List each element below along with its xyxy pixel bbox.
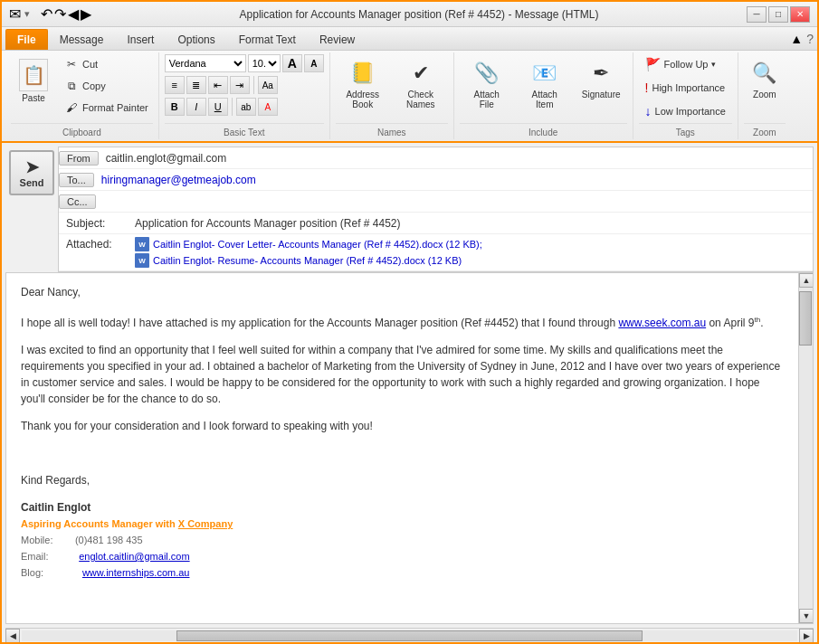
hscroll-thumb[interactable] xyxy=(176,630,642,641)
zoom-group: 🔍 Zoom Zoom xyxy=(738,52,791,139)
ribbon-collapse-icon[interactable]: ▲ xyxy=(790,32,803,46)
decrease-indent-button[interactable]: ⇤ xyxy=(208,76,228,94)
include-group-label: Include xyxy=(460,126,627,137)
font-color-button[interactable]: A xyxy=(258,98,278,116)
address-book-button[interactable]: 📒 Address Book xyxy=(336,54,390,114)
grow-font-button[interactable]: A xyxy=(282,54,302,72)
mobile-value: (0)481 198 435 xyxy=(75,535,143,545)
low-importance-button[interactable]: ↓ Low Importance xyxy=(639,101,732,121)
attach-file-button[interactable]: 📎 Attach File xyxy=(460,54,514,114)
names-group: 📒 Address Book ✔ Check Names Names xyxy=(330,52,454,139)
to-button[interactable]: To... xyxy=(59,173,94,187)
to-row: To... xyxy=(59,169,813,191)
names-group-label: Names xyxy=(336,126,448,137)
underline-button[interactable]: U xyxy=(208,98,228,116)
scroll-down-button[interactable]: ▼ xyxy=(799,609,814,623)
format-painter-label: Format Painter xyxy=(82,102,148,113)
sig-blog: Blog: www.internships.com.au xyxy=(21,567,189,578)
attached-label: Attached: xyxy=(59,234,131,254)
title-bar: ✉ ▾ ↶ ↷ ◀ ▶ Application for Accounts Man… xyxy=(2,2,817,27)
zoom-label: Zoom xyxy=(753,90,776,99)
format-row: B I U ab A xyxy=(165,98,278,116)
attachment-1[interactable]: W Caitlin Englot- Cover Letter- Accounts… xyxy=(131,236,813,252)
bold-button[interactable]: B xyxy=(165,98,185,116)
zoom-group-label: Zoom xyxy=(744,126,786,137)
sig-email-link[interactable]: englot.caitlin@gmail.com xyxy=(79,551,189,562)
attachment-2[interactable]: W Caitlin Englot- Resume- Accounts Manag… xyxy=(131,252,813,269)
send-label: Send xyxy=(20,177,44,188)
list-row: ≡ ≣ ⇤ ⇥ Aa xyxy=(165,76,278,94)
scroll-right-button[interactable]: ▶ xyxy=(799,629,814,643)
copy-button[interactable]: ⧉ Copy xyxy=(60,76,153,96)
send-area: ➤ Send xyxy=(5,147,58,272)
scroll-left-button[interactable]: ◀ xyxy=(5,629,20,643)
cc-input[interactable] xyxy=(100,194,813,210)
signature-button[interactable]: ✒ Signature xyxy=(576,54,627,104)
blog-label: Blog: xyxy=(21,567,43,578)
cut-label: Cut xyxy=(82,59,98,70)
zoom-content: 🔍 Zoom xyxy=(744,54,786,121)
basic-text-content: Verdana 10.5 A A ≡ ≣ ⇤ ⇥ Aa xyxy=(165,54,324,121)
tab-message[interactable]: Message xyxy=(48,29,116,50)
tab-insert[interactable]: Insert xyxy=(115,29,166,50)
check-names-button[interactable]: ✔ Check Names xyxy=(394,54,448,114)
sig-blog-link[interactable]: www.internships.com.au xyxy=(82,567,190,578)
from-button[interactable]: From xyxy=(59,151,99,166)
attached-row: Attached: W Caitlin Englot- Cover Letter… xyxy=(59,234,813,271)
check-names-icon: ✔ xyxy=(406,59,435,88)
compose-area: ➤ Send From caitlin.englot@gmail.com To.… xyxy=(2,143,817,642)
tags-group-label: Tags xyxy=(639,126,732,137)
paste-button[interactable]: 📋 Paste xyxy=(11,54,56,108)
bullets-button[interactable]: ≡ xyxy=(165,76,185,94)
attachment-1-name: Caitlin Englot- Cover Letter- Accounts M… xyxy=(153,239,482,250)
attach-file-label: Attach File xyxy=(466,90,508,109)
sig-title-link[interactable]: X Company xyxy=(178,518,233,529)
doc-icon-2: W xyxy=(135,253,149,268)
help-icon[interactable]: ? xyxy=(806,32,814,46)
hscroll-track[interactable] xyxy=(22,630,797,641)
cc-button[interactable]: Cc... xyxy=(59,194,96,209)
tab-review[interactable]: Review xyxy=(308,29,367,50)
signature-label: Signature xyxy=(582,90,621,99)
font-size-select[interactable]: 10.5 xyxy=(248,54,281,72)
subject-input[interactable] xyxy=(131,215,813,232)
tab-format-text[interactable]: Format Text xyxy=(227,29,308,50)
minimize-button[interactable]: ─ xyxy=(747,6,767,23)
paragraph-3: Thank you for your consideration and I l… xyxy=(21,418,784,434)
seek-link[interactable]: www.seek.com.au xyxy=(618,317,706,329)
numbering-button[interactable]: ≣ xyxy=(186,76,206,94)
font-family-select[interactable]: Verdana xyxy=(165,54,246,72)
scroll-thumb[interactable] xyxy=(799,291,812,346)
attach-item-button[interactable]: 📧 Attach Item xyxy=(518,54,572,114)
send-button[interactable]: ➤ Send xyxy=(9,150,54,195)
paragraph-2: I was excited to find an opportunity tha… xyxy=(21,342,784,407)
cc-row: Cc... xyxy=(59,191,813,213)
follow-up-button[interactable]: 🚩 Follow Up ▾ xyxy=(639,54,723,74)
highlight-button[interactable]: ab xyxy=(236,98,256,116)
to-input[interactable] xyxy=(98,172,813,188)
close-button[interactable]: ✕ xyxy=(790,6,810,23)
shrink-font-button[interactable]: A xyxy=(304,54,324,72)
scroll-track[interactable] xyxy=(799,288,813,609)
scroll-up-button[interactable]: ▲ xyxy=(799,273,814,288)
ribbon-tab-bar: File Message Insert Options Format Text … xyxy=(2,27,817,51)
increase-indent-button[interactable]: ⇥ xyxy=(230,76,250,94)
maximize-button[interactable]: □ xyxy=(768,6,788,23)
from-row: From caitlin.englot@gmail.com xyxy=(59,147,813,169)
zoom-button[interactable]: 🔍 Zoom xyxy=(744,54,786,104)
email-body[interactable]: Dear Nancy, I hope all is well today! I … xyxy=(6,273,798,623)
insert-field-button[interactable]: Aa xyxy=(258,76,278,94)
cut-button[interactable]: ✂ Cut xyxy=(60,54,153,74)
high-importance-button[interactable]: ! High Importance xyxy=(639,78,732,98)
include-group: 📎 Attach File 📧 Attach Item ✒ Signature … xyxy=(454,52,633,139)
format-painter-button[interactable]: 🖌 Format Painter xyxy=(60,98,153,118)
include-content: 📎 Attach File 📧 Attach Item ✒ Signature xyxy=(460,54,627,121)
vertical-scrollbar: ▲ ▼ xyxy=(798,273,813,623)
tags-group: 🚩 Follow Up ▾ ! High Importance ↓ Low Im… xyxy=(633,52,738,139)
attach-file-icon: 📎 xyxy=(472,59,501,88)
tab-file[interactable]: File xyxy=(5,29,48,50)
doc-icon-1: W xyxy=(135,237,149,251)
italic-button[interactable]: I xyxy=(186,98,206,116)
email-fields: From caitlin.englot@gmail.com To... Cc..… xyxy=(58,147,814,272)
tab-options[interactable]: Options xyxy=(166,29,226,50)
